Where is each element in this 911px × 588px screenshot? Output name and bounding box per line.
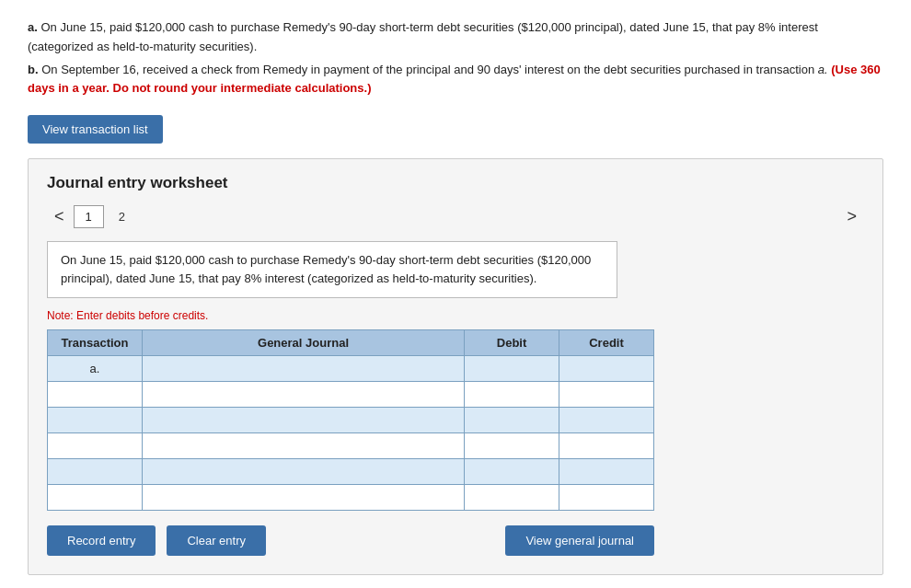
next-arrow[interactable]: >: [839, 205, 864, 228]
general-journal-input[interactable]: [143, 356, 464, 381]
view-general-journal-button[interactable]: View general journal: [505, 525, 654, 556]
table-row: [48, 382, 654, 408]
debit-cell[interactable]: [465, 433, 559, 459]
credit-cell[interactable]: [559, 382, 654, 408]
credit-input[interactable]: [559, 382, 653, 407]
instruction-a: a. On June 15, paid $120,000 cash to pur…: [28, 18, 883, 57]
worksheet-container: Journal entry worksheet < 1 2 > On June …: [28, 158, 883, 575]
journal-table: Transaction General Journal Debit Credit…: [47, 329, 654, 511]
debit-input[interactable]: [465, 408, 559, 432]
general-journal-cell[interactable]: [142, 485, 464, 511]
credit-cell[interactable]: [559, 459, 654, 485]
credit-cell[interactable]: [559, 433, 654, 459]
general-journal-cell[interactable]: [142, 356, 464, 382]
debit-cell[interactable]: [465, 408, 559, 433]
debit-input[interactable]: [465, 356, 559, 381]
credit-cell[interactable]: [559, 408, 654, 433]
prev-arrow[interactable]: <: [47, 205, 72, 228]
credit-cell[interactable]: [559, 485, 654, 511]
transaction-cell: [48, 459, 143, 485]
instructions: a. On June 15, paid $120,000 cash to pur…: [28, 18, 883, 98]
transaction-cell: [48, 382, 143, 408]
table-row: [48, 485, 654, 511]
transaction-cell: a.: [48, 356, 143, 382]
record-entry-button[interactable]: Record entry: [47, 525, 156, 556]
debit-cell[interactable]: [465, 485, 559, 511]
buttons-row-wrapper: Record entry Clear entry View general jo…: [47, 525, 654, 556]
general-journal-cell[interactable]: [142, 408, 464, 433]
credit-cell[interactable]: [559, 356, 654, 382]
credit-input[interactable]: [559, 485, 653, 510]
credit-input[interactable]: [559, 433, 653, 458]
debit-cell[interactable]: [465, 459, 559, 485]
debit-input[interactable]: [465, 382, 559, 407]
tab-1[interactable]: 1: [74, 205, 104, 228]
general-journal-input[interactable]: [143, 433, 464, 458]
description-box: On June 15, paid $120,000 cash to purcha…: [47, 241, 617, 298]
general-journal-input[interactable]: [143, 408, 464, 432]
general-journal-input[interactable]: [143, 382, 464, 407]
nav-row: < 1 2 >: [47, 205, 864, 228]
debit-input[interactable]: [465, 485, 559, 510]
transaction-cell: [48, 433, 143, 459]
general-journal-cell[interactable]: [142, 433, 464, 459]
worksheet-title: Journal entry worksheet: [47, 174, 864, 192]
debit-cell[interactable]: [465, 356, 559, 382]
table-row: [48, 459, 654, 485]
transaction-cell: [48, 408, 143, 433]
table-row: [48, 408, 654, 433]
note-text: Note: Enter debits before credits.: [47, 309, 864, 322]
view-transaction-button[interactable]: View transaction list: [28, 115, 163, 144]
general-journal-cell[interactable]: [142, 382, 464, 408]
col-header-general-journal: General Journal: [142, 330, 464, 356]
general-journal-input[interactable]: [143, 485, 464, 510]
col-header-credit: Credit: [559, 330, 654, 356]
tab-2[interactable]: 2: [108, 206, 136, 227]
col-header-transaction: Transaction: [48, 330, 143, 356]
buttons-row: Record entry Clear entry View general jo…: [47, 525, 654, 556]
general-journal-input[interactable]: [143, 459, 464, 484]
clear-entry-button[interactable]: Clear entry: [167, 525, 266, 556]
table-row: [48, 433, 654, 459]
table-row: a.: [48, 356, 654, 382]
debit-input[interactable]: [465, 459, 559, 484]
general-journal-cell[interactable]: [142, 459, 464, 485]
transaction-cell: [48, 485, 143, 511]
debit-input[interactable]: [465, 433, 559, 458]
col-header-debit: Debit: [465, 330, 559, 356]
debit-cell[interactable]: [465, 382, 559, 408]
credit-input[interactable]: [559, 408, 653, 432]
table-header-row: Transaction General Journal Debit Credit: [48, 330, 654, 356]
instruction-b: b. On September 16, received a check fro…: [28, 61, 883, 99]
credit-input[interactable]: [559, 459, 653, 484]
credit-input[interactable]: [559, 356, 653, 381]
